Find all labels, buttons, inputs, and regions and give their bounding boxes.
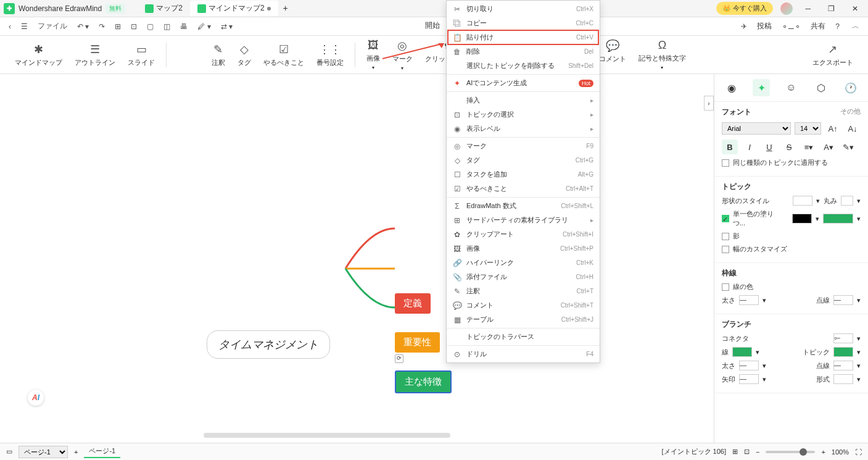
add-topic-button[interactable]: ⊞	[112, 21, 123, 32]
cm-hyperlink[interactable]: 🔗ハイパーリンクCtrl+K	[447, 256, 600, 270]
cm-delete-selected[interactable]: 選択したトピックを削除するShift+Del	[447, 59, 600, 73]
branch-thickness[interactable]: —	[739, 361, 759, 370]
add-subtopic-button[interactable]: ⊡	[128, 21, 139, 32]
single-color-checkbox[interactable]: ✓	[722, 215, 729, 222]
border-color-checkbox[interactable]	[722, 283, 729, 291]
cm-tag[interactable]: ◇タグCtrl+G	[447, 153, 600, 167]
cm-attachment[interactable]: 📎添付ファイルCtrl+H	[447, 270, 600, 284]
topic-definition[interactable]: 定義	[395, 293, 431, 314]
align-button[interactable]: ≡▾	[801, 140, 817, 154]
tb-icon-3[interactable]: 🖉 ▾	[195, 21, 213, 32]
strikethrough-button[interactable]: S	[781, 140, 797, 154]
corner-select[interactable]	[841, 196, 853, 206]
italic-button[interactable]: I	[742, 140, 758, 154]
collapse-panel-button[interactable]: ›	[704, 96, 714, 111]
other-link[interactable]: その他	[840, 107, 861, 117]
cm-paste[interactable]: 📋貼り付けCtrl+V	[447, 30, 600, 44]
file-menu[interactable]: ファイル	[35, 20, 70, 33]
color-2[interactable]	[823, 214, 853, 224]
sp-tab-theme[interactable]: ◉	[723, 79, 740, 96]
tb-icon-2[interactable]: ◫	[161, 21, 173, 32]
cm-display-level[interactable]: ◉表示レベル▸	[447, 122, 600, 136]
rib-numbering[interactable]: ⋮⋮番号設定	[313, 40, 347, 70]
redo-button[interactable]: ↷	[96, 21, 107, 32]
maximize-button[interactable]: ❐	[823, 2, 840, 15]
sb-view-2[interactable]: ⊡	[744, 448, 750, 456]
cm-drill[interactable]: ⊙ドリルF4	[447, 347, 600, 361]
connector-select[interactable]: ⟜	[833, 333, 853, 343]
cm-image[interactable]: 🖼画像Ctrl+Shift+P	[447, 241, 600, 256]
cm-cut[interactable]: ✂切り取りCtrl+X	[447, 2, 600, 16]
tb-icon-1[interactable]: ▢	[144, 21, 156, 32]
format-select[interactable]	[833, 374, 853, 384]
bold-button[interactable]: B	[722, 140, 738, 154]
sb-icon-1[interactable]: ▭	[6, 448, 12, 456]
arrow-select[interactable]: —	[739, 374, 759, 384]
sp-tab-icon[interactable]: ☺	[782, 79, 800, 96]
cm-table[interactable]: ▦テーブルCtrl+Shift+J	[447, 312, 600, 327]
rib-export[interactable]: ↗エクスポート	[809, 40, 857, 70]
rib-outline[interactable]: ☰アウトライン	[71, 40, 119, 70]
sp-tab-style[interactable]: ✦	[753, 79, 770, 96]
sp-tab-clipart[interactable]: ⬡	[812, 79, 830, 96]
shape-style-select[interactable]	[793, 196, 812, 206]
buy-now-button[interactable]: 👑 今すぐ購入	[716, 2, 773, 15]
rib-todo[interactable]: ☑やるべきこと	[260, 40, 308, 70]
central-topic[interactable]: タイムマネジメント	[207, 330, 330, 359]
tb-icon-4[interactable]: ⇄ ▾	[218, 21, 235, 32]
tab-map2[interactable]: マップ2	[138, 1, 190, 16]
cm-select-topic[interactable]: ⊡トピックの選択▸	[447, 107, 600, 122]
cm-insert[interactable]: 挿入▸	[447, 93, 600, 107]
cm-clipart[interactable]: ✿クリップアートCtrl+Shift+I	[447, 227, 600, 241]
minimize-button[interactable]: ─	[800, 2, 816, 15]
branch-dash[interactable]: —	[833, 361, 853, 370]
apply-same-checkbox[interactable]	[722, 159, 729, 167]
cm-comment[interactable]: 💬コメントCtrl+Shift+T	[447, 298, 600, 312]
undo-button[interactable]: ↶ ▾	[75, 21, 91, 32]
back-button[interactable]: ‹	[6, 21, 14, 32]
font-size-select[interactable]: 14	[795, 122, 821, 135]
post-button[interactable]: 投稿	[757, 21, 772, 31]
canvas[interactable]: タイムマネジメント 定義 重要性 ⟳ 主な特徴 AI	[0, 74, 714, 443]
topic-importance[interactable]: 重要性	[395, 332, 440, 353]
rib-tag[interactable]: ◇タグ	[234, 40, 255, 70]
send-icon[interactable]: ✈	[738, 21, 750, 32]
rib-mindmap[interactable]: ✱マインドマップ	[11, 40, 66, 70]
horizontal-scrollbar[interactable]	[204, 433, 450, 438]
cm-delete[interactable]: 🗑削除Del	[447, 44, 600, 59]
rib-slide[interactable]: ▭スライド	[124, 40, 159, 70]
add-tab-button[interactable]: +	[278, 1, 293, 16]
print-button[interactable]: 🖶	[178, 21, 190, 32]
zoom-in-button[interactable]: +	[821, 448, 825, 456]
rib-comment[interactable]: 💬コメント	[595, 36, 630, 73]
page-tab[interactable]: ページ-1	[84, 445, 120, 458]
help-button[interactable]: ?	[833, 21, 842, 32]
decrease-font-button[interactable]: A↓	[845, 121, 861, 136]
menu-start[interactable]: 開始	[424, 18, 441, 35]
cm-ai-generate[interactable]: ✦AIでコンテンツ生成Hot	[447, 76, 600, 90]
color-1[interactable]	[792, 214, 811, 224]
font-family-select[interactable]: Arial	[722, 122, 791, 135]
rib-annotation[interactable]: ✎注釈	[208, 40, 229, 70]
cm-copy[interactable]: ⿻コピーCtrl+C	[447, 16, 600, 30]
thickness-select[interactable]: —	[739, 295, 759, 305]
zoom-out-button[interactable]: −	[756, 448, 759, 456]
user-avatar[interactable]	[780, 2, 793, 15]
collapse-ribbon-button[interactable]: ︿	[849, 20, 862, 33]
cm-annotation[interactable]: ✎注釈Ctrl+T	[447, 284, 600, 298]
share-button[interactable]: 共有	[811, 21, 825, 31]
share-icon[interactable]: ⚬⚊⚬	[779, 21, 803, 32]
page-select[interactable]: ページ-1	[19, 446, 68, 458]
increase-font-button[interactable]: A↑	[825, 121, 841, 136]
line-color[interactable]	[732, 347, 752, 357]
sp-tab-history[interactable]: 🕐	[842, 79, 859, 96]
sb-view-1[interactable]: ⊞	[732, 448, 738, 456]
ai-logo-button[interactable]: AI	[28, 390, 44, 406]
add-page-button[interactable]: +	[74, 448, 78, 456]
menu-button[interactable]: ☰	[19, 21, 30, 32]
cm-traverse[interactable]: トピックのトラバース	[447, 330, 600, 344]
topic-features[interactable]: 主な特徴	[395, 370, 452, 393]
custom-width-checkbox[interactable]	[722, 246, 729, 253]
tab-mindmap2[interactable]: マインドマップ2	[190, 1, 278, 16]
cm-edrawmath[interactable]: ΣEdrawMath 数式Ctrl+Shift+L	[447, 199, 600, 213]
